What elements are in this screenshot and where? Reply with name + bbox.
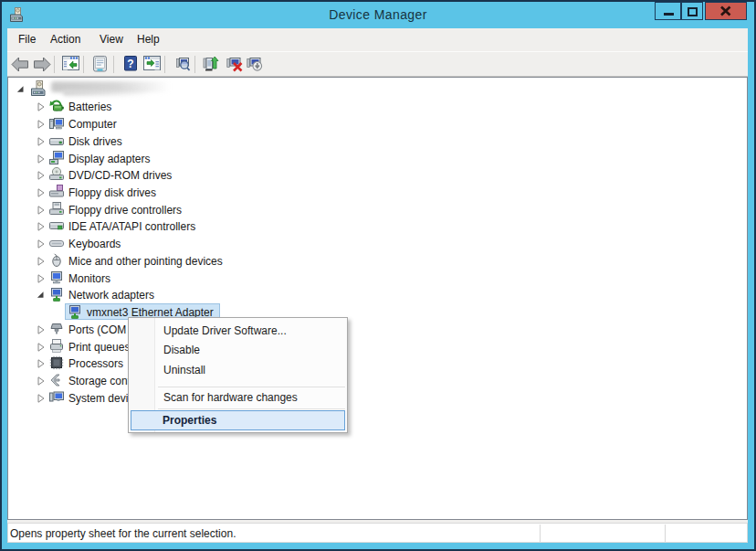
svg-text:?: ? bbox=[127, 58, 133, 70]
